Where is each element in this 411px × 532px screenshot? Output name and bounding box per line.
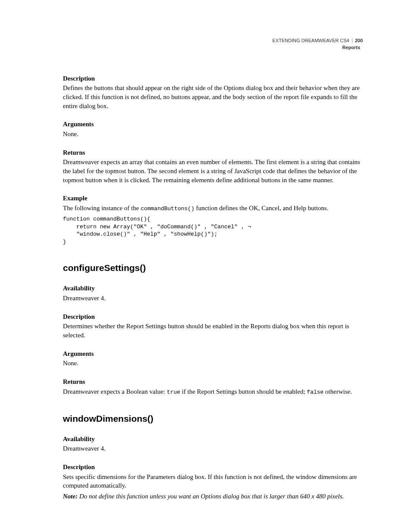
heading-example: Example — [63, 194, 363, 203]
section-name: Reports — [63, 45, 363, 51]
returns-a: Dreamweaver expects a Boolean value: — [63, 388, 167, 395]
text-availability: Dreamweaver 4. — [63, 294, 363, 303]
page-number: 200 — [352, 38, 363, 43]
heading-description: Description — [63, 312, 363, 321]
heading-availability: Availability — [63, 284, 363, 293]
note: Note: Do not define this function unless… — [63, 492, 363, 501]
text-returns: Dreamweaver expects an array that contai… — [63, 158, 363, 184]
note-body: Do not define this function unless you w… — [78, 493, 344, 500]
heading-availability: Availability — [63, 435, 363, 444]
example-intro-a: The following instance of the — [63, 205, 140, 212]
text-description: Sets specific dimensions for the Paramet… — [63, 473, 363, 490]
returns-b: if the Report Settings button should be … — [180, 388, 307, 395]
book-title: EXTENDING DREAMWEAVER CS4 — [272, 38, 349, 44]
heading-arguments: Arguments — [63, 120, 363, 129]
text-returns: Dreamweaver expects a Boolean value: tru… — [63, 387, 363, 396]
example-intro-b: function defines the OK, Cancel, and Hel… — [194, 205, 328, 212]
heading-windowdimensions: windowDimensions() — [63, 413, 363, 425]
heading-description: Description — [63, 463, 363, 472]
heading-configuresettings: configureSettings() — [63, 262, 363, 274]
heading-arguments: Arguments — [63, 349, 363, 358]
example-intro-code: commandButtons() — [140, 205, 194, 212]
text-arguments: None. — [63, 130, 363, 139]
text-description: Determines whether the Report Settings b… — [63, 322, 363, 339]
returns-true: true — [167, 389, 180, 395]
page-content: EXTENDING DREAMWEAVER CS4200 Reports Des… — [0, 0, 411, 501]
text-example-intro: The following instance of the commandBut… — [63, 204, 363, 213]
text-availability: Dreamweaver 4. — [63, 444, 363, 453]
heading-description: Description — [63, 74, 363, 83]
returns-false: false — [307, 389, 324, 395]
note-label: Note: — [63, 493, 78, 500]
code-block: function commandButtons(){ return new Ar… — [63, 215, 363, 246]
text-arguments: None. — [63, 359, 363, 368]
heading-returns: Returns — [63, 148, 363, 157]
returns-c: otherwise. — [324, 388, 352, 395]
heading-returns: Returns — [63, 377, 363, 386]
text-description: Defines the buttons that should appear o… — [63, 84, 363, 110]
running-header: EXTENDING DREAMWEAVER CS4200 Reports — [63, 38, 363, 51]
